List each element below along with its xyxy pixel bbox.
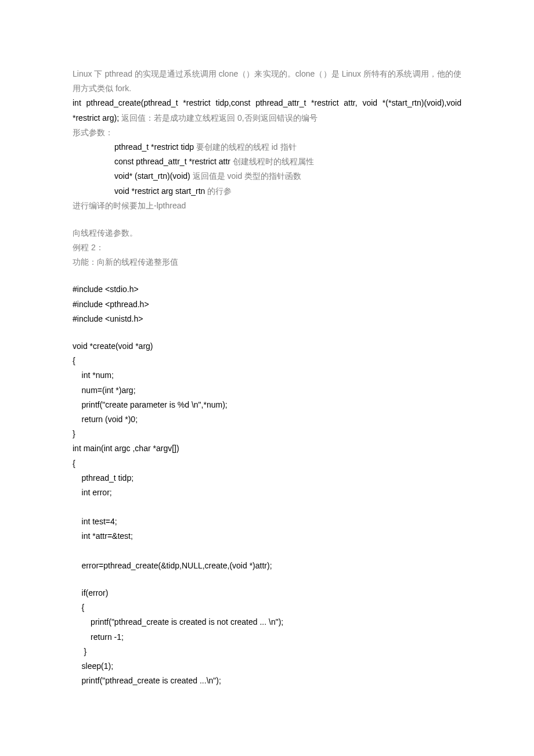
code-line: return -1;	[73, 630, 461, 645]
param-4-code: void *restrict arg start_rtn	[114, 186, 205, 196]
code-line	[73, 544, 461, 559]
code-line: void *create(void *arg)	[73, 339, 461, 354]
blank-line	[73, 213, 461, 226]
code-line: int main(int argc ,char *argv[])	[73, 441, 461, 456]
signature-desc: 返回值：若是成功建立线程返回 0,否则返回错误的编号	[119, 113, 317, 123]
blank-line	[73, 269, 461, 282]
code-line: #include <stdio.h>	[73, 282, 461, 297]
code-line: {	[73, 600, 461, 615]
code-line: #include <pthread.h>	[73, 297, 461, 312]
compile-note: 进行编译的时候要加上-lpthread	[73, 199, 461, 213]
param-3-code: void* (start_rtn)(void)	[114, 171, 190, 181]
blank-line	[73, 573, 461, 586]
code-line: {	[73, 354, 461, 368]
code-line: #include <unistd.h>	[73, 312, 461, 326]
example-label: 例程 2：	[73, 240, 461, 255]
code-line: int *attr=&test;	[73, 529, 461, 543]
code-line: printf("create parameter is %d \n",*num)…	[73, 398, 461, 412]
param-4: void *restrict arg start_rtn 的行参	[73, 184, 461, 199]
param-1: pthread_t *restrict tidp 要创建的线程的线程 id 指针	[73, 140, 461, 154]
document-page: Linux 下 pthread 的实现是通过系统调用 clone（）来实现的。c…	[0, 0, 534, 723]
code-line: if(error)	[73, 586, 461, 600]
code-line: int *num;	[73, 368, 461, 383]
code-line: {	[73, 456, 461, 471]
function-signature-line: int pthread_create(pthread_t *restrict t…	[73, 96, 461, 125]
example-desc: 功能：向新的线程传递整形值	[73, 255, 461, 269]
form-params-label: 形式参数：	[73, 125, 461, 140]
code-line: int test=4;	[73, 514, 461, 529]
param-2: const pthread_attr_t *restrict attr 创建线程…	[73, 154, 461, 169]
blank-line	[73, 326, 461, 339]
code-line: int error;	[73, 485, 461, 500]
param-2-desc: 创建线程时的线程属性	[230, 157, 314, 166]
code-line: printf("pthread_create is created is not…	[73, 615, 461, 629]
code-line: }	[73, 427, 461, 441]
code-line: sleep(1);	[73, 659, 461, 674]
code-line: pthread_t tidp;	[73, 471, 461, 485]
code-line: printf("pthread_create is created ...\n"…	[73, 674, 461, 688]
paragraph-clone-intro: Linux 下 pthread 的实现是通过系统调用 clone（）来实现的。c…	[73, 67, 461, 96]
code-line: num=(int *)arg;	[73, 383, 461, 398]
param-3: void* (start_rtn)(void) 返回值是 void 类型的指针函…	[73, 169, 461, 183]
code-line: }	[73, 645, 461, 659]
param-3-desc: 返回值是 void 类型的指针函数	[190, 171, 301, 181]
code-line: error=pthread_create(&tidp,NULL,create,(…	[73, 559, 461, 573]
param-1-desc: 要创建的线程的线程 id 指针	[194, 142, 297, 152]
param-1-code: pthread_t *restrict tidp	[114, 142, 194, 152]
param-2-code: const pthread_attr_t *restrict attr	[114, 157, 230, 166]
code-line: return (void *)0;	[73, 412, 461, 427]
pass-param-note: 向线程传递参数。	[73, 226, 461, 240]
code-line	[73, 500, 461, 514]
param-4-desc: 的行参	[205, 186, 232, 196]
